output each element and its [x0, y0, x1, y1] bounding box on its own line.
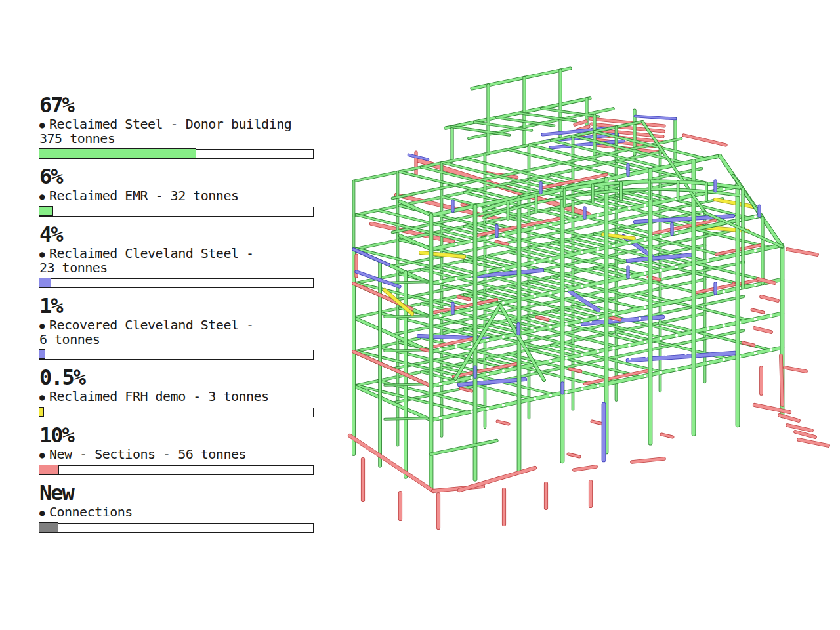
- legend-label: ●Reclaimed Cleveland Steel - 23 tonnes: [39, 247, 314, 275]
- bullet-icon: ●: [39, 392, 45, 402]
- legend-label: ●Reclaimed FRH demo - 3 tonnes: [39, 390, 314, 404]
- bullet-icon: ●: [39, 320, 45, 331]
- legend-progress-bar: [39, 149, 314, 159]
- legend-progress-fill: [39, 465, 59, 474]
- legend-label-text: Reclaimed FRH demo - 3 tonnes: [49, 388, 269, 404]
- bullet-icon: ●: [39, 191, 45, 201]
- legend-progress-bar: [39, 350, 314, 360]
- legend-label-text: Connections: [49, 504, 133, 520]
- legend-item[interactable]: New●Connections: [39, 480, 314, 533]
- legend-percent: 0.5%: [39, 365, 314, 390]
- legend-label-text: New - Sections - 56 tonnes: [49, 446, 246, 462]
- canvas: { "legend": { "items": [ {"percent":"67%…: [0, 0, 840, 630]
- legend-progress-bar: [39, 278, 314, 288]
- legend-label-text: Recovered Cleveland Steel - 6 tonnes: [39, 317, 254, 347]
- legend-item[interactable]: 6%●Reclaimed EMR - 32 tonnes: [39, 164, 314, 217]
- bullet-icon: ●: [39, 507, 45, 518]
- legend-progress-bar: [39, 523, 314, 533]
- legend-label-text: Reclaimed Steel - Donor building 375 ton…: [39, 116, 291, 146]
- legend-progress-fill: [39, 278, 51, 287]
- legend-percent: 4%: [39, 222, 314, 247]
- legend-progress-fill: [39, 407, 43, 417]
- legend-progress-bar: [39, 408, 314, 417]
- legend-label: ●Connections: [39, 505, 314, 520]
- legend-percent: 1%: [39, 293, 314, 318]
- legend-item[interactable]: 67%●Reclaimed Steel - Donor building 375…: [39, 93, 314, 159]
- legend-progress-bar: [39, 465, 314, 475]
- legend-percent: 6%: [39, 164, 314, 189]
- legend-progress-fill: [39, 206, 53, 216]
- legend-item[interactable]: 4%●Reclaimed Cleveland Steel - 23 tonnes: [39, 222, 314, 288]
- bullet-icon: ●: [39, 249, 45, 259]
- legend-label: ●Recovered Cleveland Steel - 6 tonnes: [39, 318, 314, 346]
- legend-item[interactable]: 1%●Recovered Cleveland Steel - 6 tonnes: [39, 293, 314, 360]
- legend-label-text: Reclaimed Cleveland Steel - 23 tonnes: [39, 245, 254, 276]
- legend-label: ●Reclaimed Steel - Donor building 375 to…: [39, 117, 314, 146]
- legend-label-text: Reclaimed EMR - 32 tonnes: [49, 188, 239, 203]
- legend-label: ●New - Sections - 56 tonnes: [39, 448, 314, 462]
- legend-item[interactable]: 10%●New - Sections - 56 tonnes: [39, 423, 314, 475]
- legend-percent: 67%: [39, 93, 314, 117]
- legend-progress-bar: [39, 207, 314, 217]
- legend-label: ●Reclaimed EMR - 32 tonnes: [39, 189, 314, 203]
- legend-progress-fill: [39, 349, 45, 359]
- legend-percent: New: [39, 480, 314, 505]
- legend-progress-fill: [39, 522, 58, 532]
- bullet-icon: ●: [39, 119, 45, 130]
- materials-legend: 67%●Reclaimed Steel - Donor building 375…: [39, 93, 314, 538]
- legend-progress-fill: [39, 148, 196, 158]
- legend-percent: 10%: [39, 423, 314, 448]
- bullet-icon: ●: [39, 450, 45, 460]
- legend-item[interactable]: 0.5%●Reclaimed FRH demo - 3 tonnes: [39, 365, 314, 417]
